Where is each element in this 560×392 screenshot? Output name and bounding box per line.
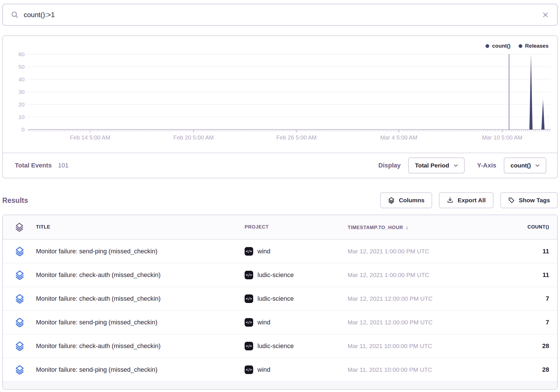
count-series-spike[interactable]: [541, 99, 545, 130]
y-axis-tick-label: 60: [19, 51, 25, 57]
count-cell: 11: [482, 271, 557, 279]
count-cell: 11: [482, 248, 557, 255]
event-title-link[interactable]: Monitor failure: send-ping (missed_check…: [35, 248, 245, 255]
x-axis-tick-label: Feb 20 5:00 AM: [174, 134, 214, 141]
project-platform-icon: </>: [245, 365, 253, 374]
tag-icon: [508, 197, 515, 204]
count-cell: 28: [482, 342, 557, 350]
event-title-link[interactable]: Monitor failure: send-ping (missed_check…: [35, 366, 245, 373]
legend-item-releases[interactable]: Releases: [519, 43, 549, 49]
project-cell: </>wind: [245, 247, 348, 256]
chevron-down-icon: [535, 164, 539, 167]
project-name: ludic-science: [257, 342, 294, 350]
button-label: Columns: [399, 197, 424, 204]
project-name: wind: [257, 319, 270, 326]
timestamp-cell: Mar 11, 2021 10:00:00 PM UTC: [348, 343, 482, 349]
chevron-down-icon: [454, 164, 458, 167]
event-title-link[interactable]: Monitor failure: send-ping (missed_check…: [35, 319, 245, 326]
discover-stack-icon: [15, 318, 25, 327]
export-all-button[interactable]: Export All: [439, 192, 493, 208]
results-heading: Results: [2, 196, 28, 205]
x-axis-tick-label: Feb 14 5:00 AM: [70, 134, 110, 141]
events-area-chart[interactable]: 0102030405060Feb 14 5:00 AMFeb 20 5:00 A…: [3, 36, 557, 153]
count-cell: 7: [482, 295, 557, 302]
y-axis-tick-label: 40: [19, 76, 25, 82]
table-row[interactable]: Monitor failure: send-ping (missed_check…: [3, 358, 557, 382]
x-axis-tick-label: Mar 4 5:00 AM: [380, 134, 417, 141]
column-header-timestamp[interactable]: TIMESTAMP.TO_HOUR↓: [348, 224, 482, 231]
event-title-link[interactable]: Monitor failure: check-auth (missed_chec…: [35, 271, 245, 279]
y-axis-dropdown[interactable]: count(): [504, 157, 546, 173]
timestamp-cell: Mar 12, 2021 12:00:00 PM UTC: [348, 319, 482, 326]
timestamp-cell: Mar 12, 2021 1:00:00 PM UTC: [348, 248, 482, 255]
discover-stack-icon: [15, 270, 25, 280]
table-row[interactable]: Monitor failure: check-auth (missed_chec…: [3, 334, 557, 358]
x-axis-tick-label: Feb 26 5:00 AM: [276, 134, 317, 141]
y-axis-label: Y-Axis: [477, 162, 496, 169]
discover-stack-icon: [15, 341, 25, 351]
display-label: Display: [378, 162, 401, 169]
sort-desc-icon: ↓: [405, 224, 408, 230]
timestamp-cell: Mar 11, 2021 10:00:00 PM UTC: [348, 366, 482, 373]
results-header: Results Columns Export All: [2, 192, 558, 209]
table-row[interactable]: Monitor failure: check-auth (missed_chec…: [3, 287, 557, 311]
count-cell: 7: [482, 319, 557, 326]
download-icon: [447, 197, 454, 204]
y-axis-tick-label: 30: [19, 89, 25, 95]
event-title-link[interactable]: Monitor failure: check-auth (missed_chec…: [35, 295, 245, 302]
project-name: ludic-science: [257, 271, 294, 279]
chart-legend: count() Releases: [486, 43, 549, 49]
discover-stack-icon: [15, 223, 24, 232]
project-name: ludic-science: [257, 295, 294, 302]
discover-stack-icon: [15, 246, 25, 256]
discover-stack-icon: [15, 365, 25, 375]
project-platform-icon: </>: [245, 247, 253, 256]
table-row[interactable]: Monitor failure: send-ping (missed_check…: [3, 240, 557, 263]
column-header-count[interactable]: COUNT(): [482, 224, 557, 230]
button-label: Show Tags: [519, 197, 550, 204]
project-platform-icon: </>: [245, 318, 253, 327]
count-cell: 28: [482, 366, 557, 373]
results-table: TITLE PROJECT TIMESTAMP.TO_HOUR↓ COUNT()…: [2, 215, 558, 390]
project-platform-icon: </>: [245, 271, 253, 279]
search-icon: [11, 11, 19, 19]
display-value: Total Period: [415, 162, 449, 169]
project-cell: </>ludic-science: [245, 294, 348, 303]
total-events-label: Total Events: [15, 162, 52, 169]
y-axis-tick-label: 20: [19, 102, 25, 108]
show-tags-button[interactable]: Show Tags: [500, 192, 558, 208]
timestamp-cell: Mar 12, 2021 12:00:00 PM UTC: [348, 295, 482, 302]
search-bar[interactable]: count():>1: [2, 4, 558, 26]
column-header-project[interactable]: PROJECT: [245, 224, 348, 230]
event-title-link[interactable]: Monitor failure: check-auth (missed_chec…: [35, 342, 245, 350]
layers-icon: [388, 197, 395, 204]
legend-item-count[interactable]: count(): [486, 43, 510, 49]
legend-dot-icon: [486, 44, 489, 48]
columns-button[interactable]: Columns: [380, 192, 432, 208]
project-cell: </>ludic-science: [245, 342, 348, 350]
table-header-row: TITLE PROJECT TIMESTAMP.TO_HOUR↓ COUNT(): [3, 215, 557, 240]
y-axis-value: count(): [511, 162, 531, 169]
legend-label: Releases: [525, 43, 549, 49]
column-header-title[interactable]: TITLE: [35, 224, 245, 230]
discover-page: count():>1 count() Releases 010203040506…: [0, 0, 560, 392]
y-axis-tick-label: 50: [19, 64, 25, 70]
y-axis-tick-label: 0: [21, 127, 25, 133]
display-dropdown[interactable]: Total Period: [408, 157, 465, 173]
project-platform-icon: </>: [245, 294, 253, 303]
project-name: wind: [257, 248, 270, 255]
project-cell: </>wind: [245, 365, 348, 374]
column-header-label: TIMESTAMP.TO_HOUR: [348, 225, 403, 230]
legend-label: count(): [492, 43, 510, 49]
discover-stack-icon: [15, 294, 25, 304]
table-row[interactable]: Monitor failure: send-ping (missed_check…: [3, 311, 557, 334]
search-input[interactable]: count():>1: [24, 11, 542, 19]
clear-search-icon[interactable]: [542, 11, 549, 19]
legend-dot-icon: [519, 44, 522, 48]
project-platform-icon: </>: [245, 342, 253, 350]
table-row[interactable]: Monitor failure: check-auth (missed_chec…: [3, 263, 557, 287]
timestamp-cell: Mar 12, 2021 1:00:00 PM UTC: [348, 272, 482, 278]
table-footer: [3, 382, 557, 389]
button-label: Export All: [458, 197, 486, 204]
events-chart-panel: count() Releases 0102030405060Feb 14 5:0…: [2, 35, 558, 178]
